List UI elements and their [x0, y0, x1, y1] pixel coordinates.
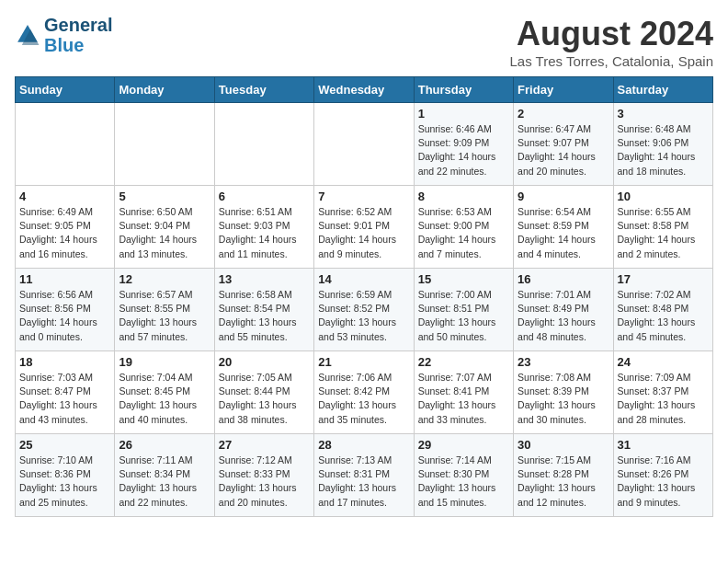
title-block: August 2024 Las Tres Torres, Catalonia, …	[509, 15, 713, 69]
day-number: 25	[19, 438, 110, 452]
day-number: 8	[418, 190, 509, 203]
day-info: Sunrise: 6:48 AM Sunset: 9:06 PM Dayligh…	[618, 122, 709, 178]
calendar-cell: 26Sunrise: 7:11 AM Sunset: 8:34 PM Dayli…	[115, 434, 214, 517]
calendar-table: SundayMondayTuesdayWednesdayThursdayFrid…	[15, 76, 713, 517]
day-number: 19	[119, 355, 210, 369]
day-number: 20	[219, 355, 310, 369]
day-info: Sunrise: 7:05 AM Sunset: 8:44 PM Dayligh…	[219, 371, 310, 427]
calendar-cell: 25Sunrise: 7:10 AM Sunset: 8:36 PM Dayli…	[16, 434, 115, 517]
calendar-cell: 23Sunrise: 7:08 AM Sunset: 8:39 PM Dayli…	[514, 351, 613, 434]
day-number: 12	[119, 272, 210, 286]
day-number: 22	[418, 355, 509, 369]
day-info: Sunrise: 6:46 AM Sunset: 9:09 PM Dayligh…	[418, 122, 509, 178]
day-number: 24	[618, 355, 709, 369]
day-info: Sunrise: 7:11 AM Sunset: 8:34 PM Dayligh…	[119, 454, 210, 510]
calendar-cell: 24Sunrise: 7:09 AM Sunset: 8:37 PM Dayli…	[613, 351, 712, 434]
calendar-cell	[214, 103, 313, 186]
calendar-cell	[115, 103, 214, 186]
calendar-week-row: 4Sunrise: 6:49 AM Sunset: 9:05 PM Daylig…	[16, 186, 713, 269]
logo: GeneralBlue	[15, 15, 112, 55]
page-header: GeneralBlue August 2024 Las Tres Torres,…	[15, 15, 713, 69]
calendar-cell: 2Sunrise: 6:47 AM Sunset: 9:07 PM Daylig…	[514, 103, 613, 186]
calendar-cell: 22Sunrise: 7:07 AM Sunset: 8:41 PM Dayli…	[414, 351, 513, 434]
day-of-week-header: Friday	[514, 77, 613, 103]
day-info: Sunrise: 7:09 AM Sunset: 8:37 PM Dayligh…	[618, 371, 709, 427]
calendar-cell: 3Sunrise: 6:48 AM Sunset: 9:06 PM Daylig…	[613, 103, 712, 186]
calendar-cell: 20Sunrise: 7:05 AM Sunset: 8:44 PM Dayli…	[214, 351, 313, 434]
calendar-cell: 10Sunrise: 6:55 AM Sunset: 8:58 PM Dayli…	[613, 186, 712, 269]
day-number: 15	[418, 272, 509, 286]
day-info: Sunrise: 7:16 AM Sunset: 8:26 PM Dayligh…	[618, 454, 709, 510]
calendar-cell: 18Sunrise: 7:03 AM Sunset: 8:47 PM Dayli…	[16, 351, 115, 434]
day-info: Sunrise: 7:04 AM Sunset: 8:45 PM Dayligh…	[119, 371, 210, 427]
calendar-week-row: 25Sunrise: 7:10 AM Sunset: 8:36 PM Dayli…	[16, 434, 713, 517]
day-info: Sunrise: 6:51 AM Sunset: 9:03 PM Dayligh…	[219, 205, 310, 261]
day-info: Sunrise: 6:52 AM Sunset: 9:01 PM Dayligh…	[318, 205, 409, 261]
day-info: Sunrise: 7:01 AM Sunset: 8:49 PM Dayligh…	[518, 288, 609, 344]
calendar-cell: 7Sunrise: 6:52 AM Sunset: 9:01 PM Daylig…	[314, 186, 414, 269]
day-info: Sunrise: 7:02 AM Sunset: 8:48 PM Dayligh…	[618, 288, 709, 344]
calendar-week-row: 1Sunrise: 6:46 AM Sunset: 9:09 PM Daylig…	[16, 103, 713, 186]
day-number: 17	[618, 272, 709, 286]
day-number: 7	[318, 190, 409, 203]
calendar-cell: 12Sunrise: 6:57 AM Sunset: 8:55 PM Dayli…	[115, 269, 214, 351]
day-info: Sunrise: 7:08 AM Sunset: 8:39 PM Dayligh…	[518, 371, 609, 427]
day-number: 2	[518, 107, 609, 121]
calendar-cell: 27Sunrise: 7:12 AM Sunset: 8:33 PM Dayli…	[214, 434, 313, 517]
calendar-cell: 17Sunrise: 7:02 AM Sunset: 8:48 PM Dayli…	[613, 269, 712, 351]
day-info: Sunrise: 7:14 AM Sunset: 8:30 PM Dayligh…	[418, 454, 509, 510]
location: Las Tres Torres, Catalonia, Spain	[509, 53, 713, 69]
calendar-cell: 19Sunrise: 7:04 AM Sunset: 8:45 PM Dayli…	[115, 351, 214, 434]
calendar-cell: 31Sunrise: 7:16 AM Sunset: 8:26 PM Dayli…	[613, 434, 712, 517]
day-info: Sunrise: 6:56 AM Sunset: 8:56 PM Dayligh…	[19, 288, 110, 344]
day-number: 9	[518, 190, 609, 203]
day-number: 3	[618, 107, 709, 121]
calendar-cell: 6Sunrise: 6:51 AM Sunset: 9:03 PM Daylig…	[214, 186, 313, 269]
day-info: Sunrise: 7:03 AM Sunset: 8:47 PM Dayligh…	[19, 371, 110, 427]
calendar-cell: 9Sunrise: 6:54 AM Sunset: 8:59 PM Daylig…	[514, 186, 613, 269]
calendar-cell: 15Sunrise: 7:00 AM Sunset: 8:51 PM Dayli…	[414, 269, 513, 351]
day-info: Sunrise: 6:47 AM Sunset: 9:07 PM Dayligh…	[518, 122, 609, 178]
day-number: 18	[19, 355, 110, 369]
day-number: 23	[518, 355, 609, 369]
day-info: Sunrise: 7:07 AM Sunset: 8:41 PM Dayligh…	[418, 371, 509, 427]
day-info: Sunrise: 6:59 AM Sunset: 8:52 PM Dayligh…	[318, 288, 409, 344]
day-of-week-header: Saturday	[613, 77, 712, 103]
day-number: 5	[119, 190, 210, 203]
calendar-cell: 28Sunrise: 7:13 AM Sunset: 8:31 PM Dayli…	[314, 434, 414, 517]
calendar-cell: 29Sunrise: 7:14 AM Sunset: 8:30 PM Dayli…	[414, 434, 513, 517]
calendar-cell: 14Sunrise: 6:59 AM Sunset: 8:52 PM Dayli…	[314, 269, 414, 351]
day-number: 30	[518, 438, 609, 452]
day-info: Sunrise: 7:06 AM Sunset: 8:42 PM Dayligh…	[318, 371, 409, 427]
day-info: Sunrise: 7:13 AM Sunset: 8:31 PM Dayligh…	[318, 454, 409, 510]
day-info: Sunrise: 6:53 AM Sunset: 9:00 PM Dayligh…	[418, 205, 509, 261]
day-info: Sunrise: 6:50 AM Sunset: 9:04 PM Dayligh…	[119, 205, 210, 261]
day-number: 11	[19, 272, 110, 286]
day-info: Sunrise: 7:00 AM Sunset: 8:51 PM Dayligh…	[418, 288, 509, 344]
day-of-week-header: Tuesday	[214, 77, 313, 103]
day-number: 14	[318, 272, 409, 286]
day-number: 31	[618, 438, 709, 452]
day-of-week-header: Thursday	[414, 77, 513, 103]
month-title: August 2024	[509, 15, 713, 53]
day-of-week-header: Monday	[115, 77, 214, 103]
calendar-cell: 5Sunrise: 6:50 AM Sunset: 9:04 PM Daylig…	[115, 186, 214, 269]
calendar-cell: 21Sunrise: 7:06 AM Sunset: 8:42 PM Dayli…	[314, 351, 414, 434]
calendar-cell: 4Sunrise: 6:49 AM Sunset: 9:05 PM Daylig…	[16, 186, 115, 269]
calendar-header-row: SundayMondayTuesdayWednesdayThursdayFrid…	[16, 77, 713, 103]
day-number: 10	[618, 190, 709, 203]
day-number: 21	[318, 355, 409, 369]
calendar-cell: 30Sunrise: 7:15 AM Sunset: 8:28 PM Dayli…	[514, 434, 613, 517]
day-info: Sunrise: 7:15 AM Sunset: 8:28 PM Dayligh…	[518, 454, 609, 510]
calendar-cell: 13Sunrise: 6:58 AM Sunset: 8:54 PM Dayli…	[214, 269, 313, 351]
day-of-week-header: Wednesday	[314, 77, 414, 103]
day-info: Sunrise: 7:12 AM Sunset: 8:33 PM Dayligh…	[219, 454, 310, 510]
day-info: Sunrise: 6:58 AM Sunset: 8:54 PM Dayligh…	[219, 288, 310, 344]
calendar-cell: 1Sunrise: 6:46 AM Sunset: 9:09 PM Daylig…	[414, 103, 513, 186]
calendar-cell: 8Sunrise: 6:53 AM Sunset: 9:00 PM Daylig…	[414, 186, 513, 269]
day-number: 26	[119, 438, 210, 452]
day-number: 28	[318, 438, 409, 452]
calendar-week-row: 18Sunrise: 7:03 AM Sunset: 8:47 PM Dayli…	[16, 351, 713, 434]
day-info: Sunrise: 7:10 AM Sunset: 8:36 PM Dayligh…	[19, 454, 110, 510]
day-info: Sunrise: 6:54 AM Sunset: 8:59 PM Dayligh…	[518, 205, 609, 261]
